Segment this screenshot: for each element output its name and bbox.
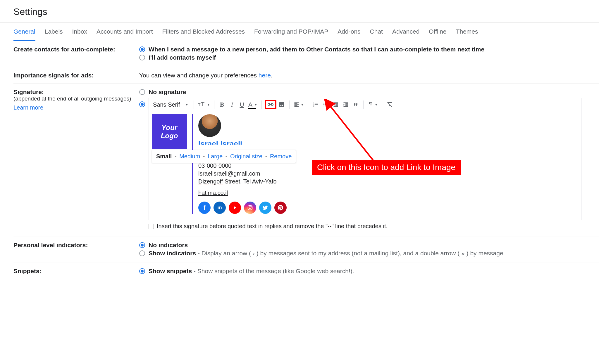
page-title: Settings: [0, 0, 599, 22]
indicators-desc: - Display an arrow ( › ) by messages sen…: [196, 250, 503, 256]
ads-text-prefix: You can view and change your preferences: [139, 72, 259, 79]
tool-text-direction[interactable]: ▼: [366, 100, 379, 109]
radio-show-indicators[interactable]: [139, 250, 145, 256]
align-icon: [294, 102, 300, 108]
label-signature-sub: (appended at the end of all outgoing mes…: [13, 96, 133, 102]
tool-underline[interactable]: U: [237, 100, 247, 109]
settings-tabs: General Labels Inbox Accounts and Import…: [0, 22, 599, 41]
pinterest-icon[interactable]: [274, 202, 287, 214]
tool-remove-formatting[interactable]: [385, 100, 395, 109]
instagram-icon[interactable]: [244, 202, 256, 214]
svg-text:T: T: [198, 103, 201, 107]
tab-forwarding[interactable]: Forwarding and POP/IMAP: [254, 23, 328, 41]
label-indicators: Personal level indicators:: [13, 242, 139, 258]
youtube-icon[interactable]: [229, 202, 241, 214]
radio-label-show-indicators: Show indicators: [149, 250, 196, 256]
signature-address: Dizengoff Street, Tel Aviv-Yafo: [198, 178, 287, 185]
radio-no-signature[interactable]: [139, 89, 145, 95]
radio-label-show-snippets: Show snippets: [149, 268, 192, 274]
tool-quote[interactable]: [351, 100, 360, 109]
indent-more-icon: [343, 102, 349, 108]
tool-bullet-list[interactable]: [321, 100, 331, 109]
tab-offline[interactable]: Offline: [429, 23, 446, 41]
label-snippets: Snippets:: [13, 268, 139, 276]
radio-autocomplete-add[interactable]: [139, 46, 145, 52]
quote-icon: [353, 102, 359, 108]
snippets-desc: - Show snippets of the message (like Goo…: [192, 268, 354, 274]
tool-align[interactable]: ▼: [292, 100, 305, 109]
tab-filters[interactable]: Filters and Blocked Addresses: [162, 23, 245, 41]
numbered-list-icon: [313, 102, 319, 108]
signature-website[interactable]: hatima.co.il: [198, 190, 287, 196]
svg-point-4: [251, 206, 252, 207]
link-icon: [266, 100, 275, 109]
label-autocomplete: Create contacts for auto-complete:: [13, 46, 139, 62]
tab-general[interactable]: General: [13, 23, 35, 41]
twitter-icon[interactable]: [259, 202, 271, 214]
vertical-divider: [192, 114, 193, 214]
label-signature: Signature:: [13, 89, 133, 96]
ads-text-suffix: .: [271, 72, 273, 79]
radio-label-autocomplete-manual: I'll add contacts myself: [149, 54, 216, 61]
facebook-icon[interactable]: f: [198, 202, 211, 214]
size-original[interactable]: Original size: [230, 153, 262, 160]
tool-text-color[interactable]: A▼: [247, 100, 259, 109]
tool-bold[interactable]: B: [217, 100, 227, 109]
tab-inbox[interactable]: Inbox: [72, 23, 87, 41]
radio-label-autocomplete-add: When I send a message to a new person, a…: [149, 46, 484, 53]
row-ads: Importance signals for ads: You can view…: [13, 67, 599, 84]
signature-email: israelisraeli@gmail.com: [198, 170, 287, 177]
radio-autocomplete-manual[interactable]: [139, 55, 145, 60]
pilcrow-icon: [368, 102, 373, 108]
row-indicators: Personal level indicators: No indicators…: [13, 237, 599, 263]
tool-font-size[interactable]: TT ▼: [197, 100, 211, 109]
tab-addons[interactable]: Add-ons: [338, 23, 360, 41]
svg-point-3: [249, 207, 251, 209]
size-remove[interactable]: Remove: [270, 153, 292, 160]
radio-show-snippets[interactable]: [139, 268, 145, 274]
tab-advanced[interactable]: Advanced: [392, 23, 419, 41]
label-ads: Importance signals for ads:: [13, 72, 139, 79]
signature-learn-more-link[interactable]: Learn more: [13, 104, 43, 111]
remove-format-icon: [387, 102, 393, 108]
row-autocomplete: Create contacts for auto-complete: When …: [13, 41, 599, 67]
social-icons: f in: [198, 202, 287, 214]
logo-placeholder[interactable]: Your Logo: [152, 114, 187, 149]
row-signature: Signature: (appended at the end of all o…: [13, 84, 599, 237]
checkbox-label-insert-before: Insert this signature before quoted text…: [157, 223, 388, 230]
radio-use-signature[interactable]: [139, 101, 145, 107]
radio-no-indicators[interactable]: [139, 242, 145, 248]
signature-editor: Sans Serif▼ TT ▼ B I U: [149, 98, 581, 220]
checkbox-insert-before-quote[interactable]: [149, 224, 154, 229]
tool-numbered-list[interactable]: [311, 100, 321, 109]
tool-insert-link[interactable]: [265, 100, 276, 109]
radio-label-no-signature: No signature: [149, 89, 186, 96]
avatar[interactable]: [198, 114, 221, 137]
svg-text:T: T: [201, 102, 204, 108]
tool-font-family[interactable]: Sans Serif▼: [152, 100, 191, 109]
size-medium[interactable]: Medium: [179, 153, 200, 160]
row-snippets: Snippets: Show snippets - Show snippets …: [13, 263, 599, 280]
tool-indent-more[interactable]: [341, 100, 350, 109]
tab-chat[interactable]: Chat: [370, 23, 383, 41]
annotation-callout: Click on this Icon to add Link to Image: [312, 160, 461, 175]
signature-phone2: 03-000-0000: [198, 162, 287, 169]
signature-name: Israel Israeli: [198, 139, 287, 145]
ads-here-link[interactable]: here: [259, 72, 271, 79]
image-size-popup: Small - Medium - Large - Original size -…: [152, 150, 296, 163]
tab-themes[interactable]: Themes: [456, 23, 478, 41]
size-large[interactable]: Large: [208, 153, 223, 160]
linkedin-icon[interactable]: in: [214, 202, 226, 214]
size-small[interactable]: Small: [156, 153, 172, 160]
radio-label-no-indicators: No indicators: [149, 242, 188, 249]
tool-italic[interactable]: I: [227, 100, 237, 109]
tab-labels[interactable]: Labels: [45, 23, 63, 41]
tool-insert-image[interactable]: [277, 100, 286, 109]
bullet-list-icon: [323, 102, 329, 108]
tool-indent-less[interactable]: [331, 100, 340, 109]
tab-accounts[interactable]: Accounts and Import: [97, 23, 153, 41]
indent-less-icon: [333, 102, 339, 108]
editor-toolbar: Sans Serif▼ TT ▼ B I U: [149, 98, 581, 111]
image-icon: [278, 101, 285, 108]
